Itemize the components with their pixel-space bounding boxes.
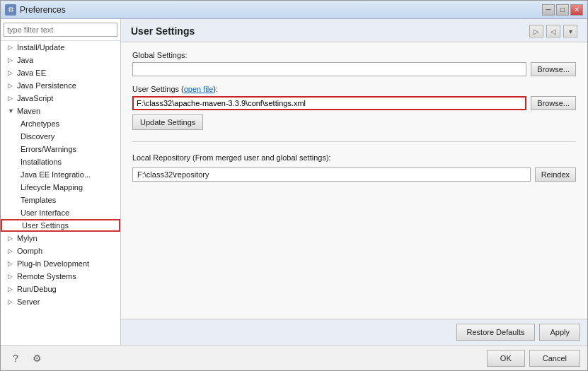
main-content: Global Settings: Browse... User Settings… [121,42,587,319]
user-settings-input[interactable] [132,96,526,110]
preferences-window: ⚙ Preferences ─ □ ✕ ▷ Install/Update [0,0,588,371]
minimize-button[interactable]: ─ [542,4,555,16]
sidebar-item-oomph[interactable]: ▷ Oomph [1,245,120,257]
local-repo-section: Local Repository (From merged user and g… [132,153,576,182]
arrow-icon: ▷ [8,298,15,305]
user-settings-row: Browse... [132,96,576,110]
apply-button[interactable]: Apply [539,324,580,341]
footer: ? ⚙ OK Cancel [1,345,587,370]
update-settings-button[interactable]: Update Settings [132,114,203,130]
nav-back-button[interactable]: ◁ [546,25,560,37]
sidebar-item-java[interactable]: ▷ Java [1,54,120,66]
user-settings-section: User Settings (open file): Browse... Upd… [132,85,576,130]
update-settings-row: Update Settings [132,114,576,130]
open-file-link[interactable]: open file [184,85,214,93]
sidebar-item-user-settings[interactable]: User Settings [1,219,120,232]
titlebar-buttons: ─ □ ✕ [542,4,583,16]
reindex-button[interactable]: Reindex [535,167,576,182]
sidebar-item-lifecycle-mapping[interactable]: Lifecycle Mapping [1,181,120,194]
arrow-icon: ▷ [8,285,15,293]
sidebar-item-maven[interactable]: ▼ Maven [1,105,120,117]
maximize-button[interactable]: □ [556,4,569,16]
sidebar-item-archetypes[interactable]: Archetypes [1,117,120,130]
sidebar-item-java-ee[interactable]: ▷ Java EE [1,66,120,79]
close-button[interactable]: ✕ [570,4,583,16]
arrow-icon: ▷ [8,260,15,267]
sidebar-item-java-ee-integration[interactable]: Java EE Integratio... [1,168,120,181]
sidebar-item-user-interface[interactable]: User Interface [1,206,120,219]
nav-arrows: ▷ ◁ ▾ [529,25,577,37]
window-icon: ⚙ [5,4,16,16]
arrow-icon: ▷ [8,95,15,102]
arrow-icon: ▷ [8,69,15,76]
section-divider [132,141,576,142]
sidebar-item-server[interactable]: ▷ Server [1,295,120,308]
global-settings-label: Global Settings: [132,51,576,59]
arrow-icon: ▷ [8,247,15,254]
local-repo-label: Local Repository (From merged user and g… [132,153,576,162]
sidebar-item-discovery[interactable]: Discovery [1,130,120,143]
arrow-icon: ▷ [8,82,15,89]
content-area: ▷ Install/Update ▷ Java ▷ Java EE ▷ Java… [1,19,587,345]
titlebar-left: ⚙ Preferences [5,4,66,16]
sidebar-item-errors-warnings[interactable]: Errors/Warnings [1,143,120,155]
cancel-button[interactable]: Cancel [529,350,580,367]
global-settings-row: Browse... [132,62,576,76]
arrow-icon: ▷ [8,44,15,51]
sidebar-item-plugin-development[interactable]: ▷ Plug-in Development [1,257,120,270]
restore-defaults-button[interactable]: Restore Defaults [456,324,536,341]
local-repo-path: F:\class32\repository [132,167,531,182]
global-settings-input[interactable] [132,62,526,76]
sidebar-tree: ▷ Install/Update ▷ Java ▷ Java EE ▷ Java… [1,41,120,345]
settings-icon-button[interactable]: ⚙ [29,351,45,366]
sidebar-item-run-debug[interactable]: ▷ Run/Debug [1,283,120,295]
local-repo-row: F:\class32\repository Reindex [132,167,576,182]
sidebar-item-installations[interactable]: Installations [1,155,120,168]
footer-right: OK Cancel [487,350,580,367]
main-header: User Settings ▷ ◁ ▾ [121,19,587,42]
arrow-icon: ▷ [8,57,15,64]
arrow-icon: ▷ [8,235,15,242]
nav-forward-button[interactable]: ▷ [529,25,543,37]
browse-global-button[interactable]: Browse... [531,62,576,76]
arrow-icon: ▷ [8,273,15,280]
ok-button[interactable]: OK [487,350,525,367]
help-button[interactable]: ? [8,351,23,366]
sidebar: ▷ Install/Update ▷ Java ▷ Java EE ▷ Java… [1,19,121,345]
sidebar-item-java-persistence[interactable]: ▷ Java Persistence [1,79,120,92]
search-input[interactable] [4,23,117,37]
sidebar-item-templates[interactable]: Templates [1,194,120,206]
user-settings-label: User Settings (open file): [132,85,576,93]
titlebar: ⚙ Preferences ─ □ ✕ [1,1,587,19]
footer-left: ? ⚙ [8,351,45,366]
arrow-icon: ▼ [8,107,15,114]
sidebar-item-install-update[interactable]: ▷ Install/Update [1,41,120,54]
main-panel: User Settings ▷ ◁ ▾ Global Settings: Bro… [121,19,587,345]
page-title: User Settings [131,25,195,37]
nav-dropdown-button[interactable]: ▾ [563,25,577,37]
sidebar-item-javascript[interactable]: ▷ JavaScript [1,92,120,105]
sidebar-item-remote-systems[interactable]: ▷ Remote Systems [1,270,120,283]
search-box [1,19,120,41]
bottom-bar: Restore Defaults Apply [121,319,587,345]
browse-user-settings-button[interactable]: Browse... [531,96,576,110]
global-settings-section: Global Settings: Browse... [132,51,576,76]
window-title: Preferences [20,5,66,15]
sidebar-item-mylyn[interactable]: ▷ Mylyn [1,232,120,245]
